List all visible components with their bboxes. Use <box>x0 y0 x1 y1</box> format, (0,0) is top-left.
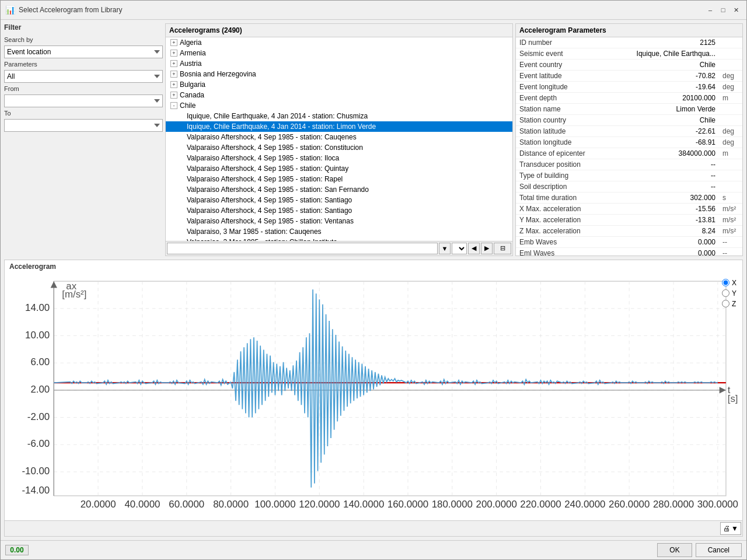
ok-button[interactable]: OK <box>657 543 692 557</box>
options-button[interactable]: ⊟ <box>494 243 511 254</box>
param-label: Total time duration <box>516 192 609 204</box>
search-by-dropdown[interactable]: Event location Station name Event countr… <box>4 46 163 58</box>
maximize-button[interactable]: □ <box>717 4 729 16</box>
expand-bosnia[interactable]: + <box>170 71 177 78</box>
param-label: Transducer position <box>516 159 609 170</box>
to-label: To <box>4 110 163 117</box>
param-unit <box>719 181 742 192</box>
table-row: Station latitude-22.61deg <box>516 126 742 137</box>
table-row: Y Max. acceleration-13.81m/s² <box>516 215 742 226</box>
expand-bulgaria[interactable]: + <box>170 81 177 88</box>
cancel-button[interactable]: Cancel <box>696 543 742 557</box>
tree-item-austria[interactable]: + Austria <box>166 58 512 69</box>
param-value: Iquique, Chile Earthqua... <box>609 48 719 60</box>
table-row: Event longitude-19.64deg <box>516 82 742 93</box>
print-button[interactable]: 🖨 ▼ <box>720 522 741 535</box>
tree-item-valparaiso3-cauqenes[interactable]: Valparaiso, 3 Mar 1985 - station: Cauqen… <box>166 226 512 237</box>
table-row: ID number2125 <box>516 37 742 48</box>
param-label: Type of building <box>516 170 609 181</box>
tree-item-valparaiso-sanfernando[interactable]: Valparaiso Aftershock, 4 Sep 1985 - stat… <box>166 184 512 195</box>
param-label: Station latitude <box>516 126 609 137</box>
sort-select[interactable] <box>452 243 467 254</box>
tree-item-chile[interactable]: - Chile <box>166 100 512 111</box>
tree-item-algeria[interactable]: + Algeria <box>166 37 512 48</box>
to-dropdown[interactable] <box>4 119 163 132</box>
param-unit: m/s² <box>719 226 742 237</box>
tree-item-armenia[interactable]: + Armenia <box>166 48 512 58</box>
search-input[interactable] <box>167 243 438 254</box>
radio-y[interactable] <box>722 289 729 297</box>
param-value: 0.000 <box>609 248 719 256</box>
expand-chile[interactable]: - <box>170 102 177 109</box>
accelerograms-header: Accelerograms (2490) <box>166 24 512 37</box>
chart-panel: Accelerogram <box>4 260 743 537</box>
close-button[interactable]: ✕ <box>730 4 742 16</box>
accelerograms-tree[interactable]: + Algeria + Armenia + Austria + Bosnia a… <box>166 37 512 241</box>
svg-text:14.00: 14.00 <box>25 302 50 313</box>
expand-austria[interactable]: + <box>170 60 177 67</box>
tree-item-valparaiso-cauqenes1[interactable]: Valparaiso Aftershock, 4 Sep 1985 - stat… <box>166 132 512 142</box>
param-label: Soil description <box>516 181 609 192</box>
svg-rect-0 <box>54 281 726 496</box>
chart-title: Accelerogram <box>5 260 742 273</box>
radio-y-label: Y <box>732 289 736 298</box>
prev-button[interactable]: ◀ <box>468 243 480 254</box>
table-row: Event depth20100.000m <box>516 93 742 104</box>
table-row: Z Max. acceleration8.24m/s² <box>516 226 742 237</box>
radio-x-group: X <box>722 279 736 287</box>
tree-item-valparaiso-santiago2[interactable]: Valparaiso Aftershock, 4 Sep 1985 - stat… <box>166 205 512 216</box>
param-label: Y Max. acceleration <box>516 215 609 226</box>
tree-item-valparaiso-santiago1[interactable]: Valparaiso Aftershock, 4 Sep 1985 - stat… <box>166 195 512 205</box>
tree-item-iquique-limon[interactable]: Iquique, Chile Earthquake, 4 Jan 2014 - … <box>166 121 512 132</box>
svg-text:20.0000: 20.0000 <box>81 498 116 509</box>
from-dropdown[interactable] <box>4 94 163 107</box>
param-unit <box>719 115 742 126</box>
filter-button[interactable]: ▼ <box>439 243 451 254</box>
printer-icon: 🖨 <box>723 524 730 533</box>
tree-item-valparaiso3-chillan[interactable]: Valparaiso, 3 Mar 1985 - station: Chilla… <box>166 237 512 241</box>
next-button[interactable]: ▶ <box>481 243 493 254</box>
table-row: Seismic eventIquique, Chile Earthqua... <box>516 48 742 60</box>
chart-area: 14.00 10.00 6.00 2.00 -2.00 -6.00 -10.00… <box>5 273 742 520</box>
param-label: Z Max. acceleration <box>516 226 609 237</box>
radio-x[interactable] <box>722 279 729 286</box>
svg-text:180.0000: 180.0000 <box>432 498 473 509</box>
table-row: Station nameLimon Verde <box>516 104 742 115</box>
expand-algeria[interactable]: + <box>170 39 177 46</box>
search-by-group: Search by Event location Station name Ev… <box>4 36 163 58</box>
tree-item-valparaiso-quintay[interactable]: Valparaiso Aftershock, 4 Sep 1985 - stat… <box>166 163 512 174</box>
print-dropdown-arrow[interactable]: ▼ <box>731 524 738 533</box>
tree-item-valparaiso-constitucion1[interactable]: Valparaiso Aftershock, 4 Sep 1985 - stat… <box>166 142 512 153</box>
svg-text:-6.00: -6.00 <box>27 438 50 449</box>
svg-text:-10.00: -10.00 <box>22 466 50 477</box>
parameters-dropdown[interactable]: All Custom <box>4 70 163 83</box>
radio-z-label: Z <box>732 300 736 308</box>
parameters-group: Parameters All Custom <box>4 61 163 83</box>
status-value: 0.00 <box>5 545 29 555</box>
search-by-label: Search by <box>4 36 163 43</box>
radio-x-label: X <box>732 279 736 287</box>
expand-canada[interactable]: + <box>170 92 177 99</box>
param-unit: -- <box>719 237 742 248</box>
param-unit <box>719 48 742 60</box>
tree-item-valparaiso-iloca1[interactable]: Valparaiso Aftershock, 4 Sep 1985 - stat… <box>166 153 512 163</box>
parameters-title: Accelerogram Parameters <box>516 24 742 37</box>
radio-z[interactable] <box>722 300 729 307</box>
tree-item-valparaiso-ventanas[interactable]: Valparaiso Aftershock, 4 Sep 1985 - stat… <box>166 216 512 226</box>
expand-armenia[interactable]: + <box>170 50 177 57</box>
svg-text:2.00: 2.00 <box>30 384 50 395</box>
param-unit: s <box>719 192 742 204</box>
tree-item-valparaiso-rapel[interactable]: Valparaiso Aftershock, 4 Sep 1985 - stat… <box>166 174 512 184</box>
tree-item-bulgaria[interactable]: + Bulgaria <box>166 79 512 90</box>
tree-item-canada[interactable]: + Canada <box>166 90 512 100</box>
table-row: Transducer position-- <box>516 159 742 170</box>
titlebar-controls: – □ ✕ <box>704 4 742 16</box>
param-unit: m/s² <box>719 204 742 215</box>
param-label: Emb Waves <box>516 237 609 248</box>
minimize-button[interactable]: – <box>704 4 716 16</box>
chart-controls: X Y Z <box>722 279 736 308</box>
parameters-panel: Accelerogram Parameters ID number2125Sei… <box>515 23 743 256</box>
tree-item-bosnia[interactable]: + Bosnia and Herzegovina <box>166 69 512 79</box>
param-label: ID number <box>516 37 609 48</box>
tree-item-iquique-chusmiza[interactable]: Iquique, Chile Earthquake, 4 Jan 2014 - … <box>166 111 512 121</box>
